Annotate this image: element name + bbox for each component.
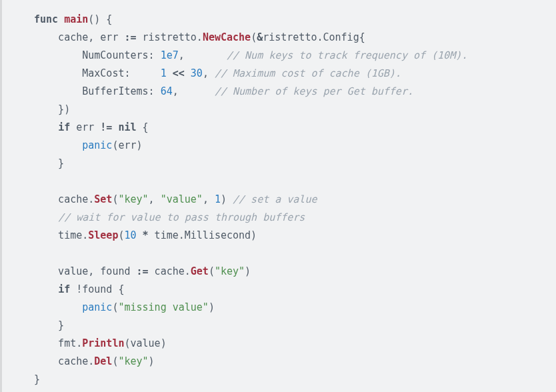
number: 64 xyxy=(161,85,173,97)
text: BufferItems: xyxy=(34,85,161,97)
text: ) xyxy=(245,265,251,277)
string: "missing value" xyxy=(118,301,208,313)
text: } xyxy=(34,373,40,385)
text: cache. xyxy=(34,355,94,367)
text: fmt. xyxy=(34,337,82,349)
string: "key" xyxy=(118,355,148,367)
op-shift: << xyxy=(173,67,185,79)
text: } xyxy=(34,319,64,331)
text xyxy=(34,301,82,313)
op-mul: * xyxy=(143,229,149,241)
text: ) xyxy=(209,301,215,313)
text: ristretto. xyxy=(137,31,203,43)
fn-sleep: Sleep xyxy=(88,229,118,241)
text: !found { xyxy=(70,283,124,295)
fn-panic: panic xyxy=(82,139,112,151)
fn-panic: panic xyxy=(82,301,112,313)
text: time.Millisecond) xyxy=(149,229,257,241)
text: value, found xyxy=(34,265,137,277)
text: time. xyxy=(34,229,88,241)
keyword-nil: nil xyxy=(118,121,136,133)
number: 1 xyxy=(161,67,167,79)
text xyxy=(137,229,143,241)
keyword-if: if xyxy=(58,121,70,133)
text xyxy=(34,139,82,151)
comment: // set a value xyxy=(233,193,317,205)
string: "value" xyxy=(161,193,203,205)
text: , xyxy=(179,49,227,61)
text xyxy=(58,13,64,25)
op-amp: & xyxy=(257,31,263,43)
text: () { xyxy=(88,13,112,25)
comment: // Number of keys per Get buffer. xyxy=(215,85,413,97)
text: cache. xyxy=(34,193,94,205)
text: cache. xyxy=(149,265,191,277)
text: ) xyxy=(221,193,233,205)
text: ( xyxy=(251,31,257,43)
text xyxy=(167,67,173,79)
text: , xyxy=(203,67,215,79)
op: := xyxy=(124,31,136,43)
fn-get: Get xyxy=(191,265,209,277)
fn-println: Println xyxy=(82,337,124,349)
text: } xyxy=(34,157,64,169)
text: cache, err xyxy=(34,31,124,43)
text: , xyxy=(149,193,161,205)
string: "key" xyxy=(215,265,245,277)
func-main: main xyxy=(64,13,88,25)
text: { xyxy=(137,121,149,133)
text: ( xyxy=(209,265,215,277)
op-neq: != xyxy=(100,121,112,133)
comment: // Num keys to track frequency of (10M). xyxy=(227,49,467,61)
comment: // Maximum cost of cache (1GB). xyxy=(215,67,401,79)
keyword-func: func xyxy=(34,13,58,25)
text xyxy=(185,67,191,79)
number: 1e7 xyxy=(161,49,179,61)
text: MaxCost: xyxy=(34,67,161,79)
number: 1 xyxy=(215,193,221,205)
text xyxy=(34,283,58,295)
fn-set: Set xyxy=(94,193,112,205)
text: err xyxy=(70,121,100,133)
number: 10 xyxy=(124,229,136,241)
keyword-if: if xyxy=(58,283,70,295)
text: (value) xyxy=(124,337,166,349)
fn-newcache: NewCache xyxy=(203,31,251,43)
number: 30 xyxy=(191,67,203,79)
text: ristretto.Config{ xyxy=(263,31,365,43)
text: , xyxy=(203,193,215,205)
text: , xyxy=(173,85,215,97)
text: ) xyxy=(149,355,155,367)
text xyxy=(34,121,58,133)
string: "key" xyxy=(118,193,148,205)
op: := xyxy=(137,265,149,277)
text xyxy=(34,211,58,223)
fn-del: Del xyxy=(94,355,112,367)
comment: // wait for value to pass through buffer… xyxy=(58,211,305,223)
code-block: func main() { cache, err := ristretto.Ne… xyxy=(0,0,556,392)
text: NumCounters: xyxy=(34,49,161,61)
text: (err) xyxy=(112,139,142,151)
text: }) xyxy=(34,103,70,115)
